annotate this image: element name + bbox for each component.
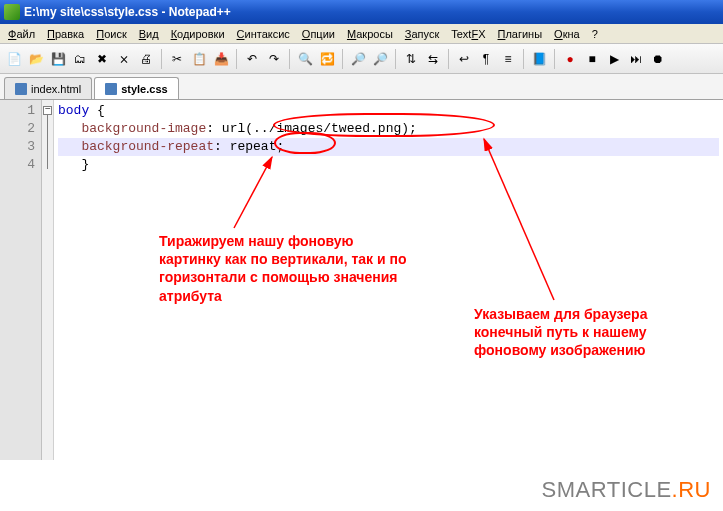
app-icon: [4, 4, 20, 20]
menu-окна[interactable]: Окна: [548, 26, 586, 42]
annotation-text-repeat: Тиражируем нашу фоновую картинку как по …: [159, 232, 419, 305]
save-all-icon[interactable]: 🗂: [70, 49, 90, 69]
zoom-out-icon[interactable]: 🔎: [370, 49, 390, 69]
tab-index-html[interactable]: index.html: [4, 77, 92, 99]
close-icon[interactable]: ✖: [92, 49, 112, 69]
menu-вид[interactable]: Вид: [133, 26, 165, 42]
menu-?[interactable]: ?: [586, 26, 604, 42]
zoom-in-icon[interactable]: 🔎: [348, 49, 368, 69]
showall-icon[interactable]: ¶: [476, 49, 496, 69]
fold-toggle-icon[interactable]: [43, 106, 52, 115]
code-line: background-image: url(../images/tweed.pn…: [58, 120, 719, 138]
menu-textfx[interactable]: TextFX: [445, 26, 491, 42]
wordwrap-icon[interactable]: ↩: [454, 49, 474, 69]
code-line: background-repeat: repeat;: [58, 138, 719, 156]
line-number: 1: [0, 102, 41, 120]
watermark-suffix: .RU: [672, 477, 711, 502]
watermark: SMARTICLE.RU: [542, 477, 711, 503]
menu-запуск[interactable]: Запуск: [399, 26, 445, 42]
new-file-icon[interactable]: 📄: [4, 49, 24, 69]
toolbar: 📄📂💾🗂✖⨯🖨✂📋📥↶↷🔍🔁🔎🔎⇅⇆↩¶≡📘●■▶⏭⏺: [0, 44, 723, 74]
menubar: ФайлПравкаПоискВидКодировкиСинтаксисОпци…: [0, 24, 723, 44]
menu-файл[interactable]: Файл: [2, 26, 41, 42]
macro-record-icon[interactable]: ●: [560, 49, 580, 69]
paste-icon[interactable]: 📥: [211, 49, 231, 69]
annotation-text-url: Указываем для браузера конечный путь к н…: [474, 305, 704, 360]
tab-label: style.css: [121, 83, 167, 95]
line-number: 2: [0, 120, 41, 138]
tab-style-css[interactable]: style.css: [94, 77, 178, 99]
menu-кодировки[interactable]: Кодировки: [165, 26, 231, 42]
cut-icon[interactable]: ✂: [167, 49, 187, 69]
line-number-gutter: 1234: [0, 100, 42, 460]
editor-area: 1234 body { background-image: url(../ima…: [0, 100, 723, 460]
lang-icon[interactable]: 📘: [529, 49, 549, 69]
titlebar: E:\my site\css\style.css - Notepad++: [0, 0, 723, 24]
menu-правка[interactable]: Правка: [41, 26, 90, 42]
menu-поиск[interactable]: Поиск: [90, 26, 132, 42]
close-all-icon[interactable]: ⨯: [114, 49, 134, 69]
code-line: }: [58, 156, 719, 174]
indent-guide-icon[interactable]: ≡: [498, 49, 518, 69]
macro-save-icon[interactable]: ⏺: [648, 49, 668, 69]
menu-плагины[interactable]: Плагины: [492, 26, 549, 42]
code-line: body {: [58, 102, 719, 120]
macro-stop-icon[interactable]: ■: [582, 49, 602, 69]
open-file-icon[interactable]: 📂: [26, 49, 46, 69]
line-number: 4: [0, 156, 41, 174]
print-icon[interactable]: 🖨: [136, 49, 156, 69]
tab-label: index.html: [31, 83, 81, 95]
find-icon[interactable]: 🔍: [295, 49, 315, 69]
menu-макросы[interactable]: Макросы: [341, 26, 399, 42]
line-number: 3: [0, 138, 41, 156]
menu-синтаксис[interactable]: Синтаксис: [231, 26, 296, 42]
sync-v-icon[interactable]: ⇅: [401, 49, 421, 69]
save-icon[interactable]: 💾: [48, 49, 68, 69]
code-content[interactable]: body { background-image: url(../images/t…: [54, 100, 723, 460]
watermark-main: SMARTICLE: [542, 477, 672, 502]
macro-play-icon[interactable]: ▶: [604, 49, 624, 69]
sync-h-icon[interactable]: ⇆: [423, 49, 443, 69]
window-title: E:\my site\css\style.css - Notepad++: [24, 5, 231, 19]
redo-icon[interactable]: ↷: [264, 49, 284, 69]
file-icon: [15, 83, 27, 95]
tab-bar: index.htmlstyle.css: [0, 74, 723, 100]
undo-icon[interactable]: ↶: [242, 49, 262, 69]
macro-run-multi-icon[interactable]: ⏭: [626, 49, 646, 69]
copy-icon[interactable]: 📋: [189, 49, 209, 69]
fold-margin: [42, 100, 54, 460]
menu-опции[interactable]: Опции: [296, 26, 341, 42]
file-icon: [105, 83, 117, 95]
replace-icon[interactable]: 🔁: [317, 49, 337, 69]
